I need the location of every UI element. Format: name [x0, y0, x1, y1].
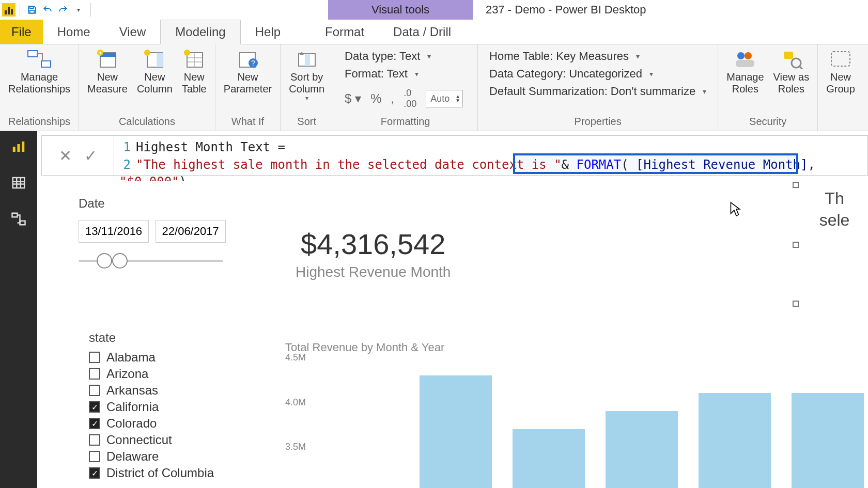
new-column-button[interactable]: New Column — [134, 46, 176, 97]
checkbox-icon[interactable] — [89, 451, 100, 462]
state-item[interactable]: ✓District of Columbia — [89, 466, 214, 480]
card-visual[interactable]: $4,316,542 Highest Revenue Month — [296, 227, 451, 280]
tab-view[interactable]: View — [105, 20, 161, 44]
checkbox-icon[interactable]: ✓ — [89, 401, 100, 413]
state-item[interactable]: Arizona — [89, 367, 214, 381]
chart-bar[interactable] — [606, 411, 678, 488]
currency-format-button[interactable]: $ ▾ — [345, 91, 361, 106]
manage-roles-button[interactable]: Manage Roles — [723, 46, 767, 97]
manage-roles-label: Manage Roles — [726, 71, 764, 95]
model-view-button[interactable] — [8, 209, 29, 229]
svg-rect-37 — [20, 221, 25, 225]
state-item[interactable]: Alabama — [89, 350, 214, 365]
chart-bar[interactable] — [420, 375, 492, 488]
new-group-button[interactable]: New Group — [823, 46, 858, 97]
svg-rect-0 — [30, 6, 34, 8]
new-measure-button[interactable]: ✦ New Measure — [84, 46, 131, 97]
data-view-button[interactable] — [8, 172, 29, 193]
state-slicer[interactable]: state AlabamaArizonaArkansas✓California✓… — [89, 330, 214, 482]
group-properties-label: Properties — [575, 114, 622, 129]
chart-bar[interactable] — [513, 429, 585, 488]
svg-line-26 — [799, 66, 802, 69]
card-value: $4,316,542 — [296, 227, 451, 261]
default-summarization-dropdown[interactable]: Default Summarization: Don't summarize — [489, 85, 706, 98]
tab-home[interactable]: Home — [43, 20, 105, 44]
checkbox-icon[interactable]: ✓ — [89, 467, 100, 479]
report-canvas[interactable]: Date 13/11/2016 22/06/2017 $4,316,542 Hi… — [37, 181, 868, 488]
tab-data-drill[interactable]: Data / Drill — [379, 20, 466, 44]
new-parameter-button[interactable]: ? New Parameter — [221, 46, 275, 97]
formula-bar[interactable]: ✕ ✓ 1Highest Month Text = 2"The highest … — [41, 135, 868, 176]
formula-commit-button[interactable]: ✓ — [84, 147, 97, 165]
data-type-dropdown[interactable]: Data type: Text — [345, 50, 466, 63]
state-item-label: Delaware — [106, 449, 159, 464]
formula-cancel-button[interactable]: ✕ — [59, 147, 72, 165]
checkbox-icon[interactable] — [89, 352, 100, 363]
manage-relationships-label: Manage Relationships — [8, 71, 70, 95]
chart-bar[interactable] — [699, 393, 771, 488]
qat-customize-button[interactable]: ▾ — [71, 2, 86, 18]
tab-modeling[interactable]: Modeling — [160, 20, 240, 44]
chart-bar[interactable] — [792, 393, 864, 488]
state-item[interactable]: ✓California — [89, 400, 214, 414]
svg-rect-23 — [736, 60, 754, 67]
text-visual[interactable]: Th sele — [801, 188, 868, 231]
date-to-input[interactable]: 22/06/2017 — [156, 220, 226, 243]
checkbox-icon[interactable] — [89, 368, 100, 380]
formula-editor[interactable]: 1Highest Month Text = 2"The highest sale… — [114, 136, 867, 175]
contextual-tab-header: Visual tools — [328, 0, 473, 20]
data-category-dropdown[interactable]: Data Category: Uncategorized — [489, 67, 706, 81]
svg-text:?: ? — [251, 59, 255, 67]
checkbox-icon[interactable]: ✓ — [89, 418, 100, 429]
chart-title: Total Revenue by Month & Year — [285, 341, 868, 354]
group-whatif-label: What If — [231, 114, 264, 129]
checkbox-icon[interactable] — [89, 434, 100, 446]
state-item[interactable]: Connecticut — [89, 433, 214, 447]
tab-help[interactable]: Help — [241, 20, 295, 44]
state-item[interactable]: Delaware — [89, 449, 214, 464]
cursor-icon — [730, 201, 741, 217]
date-from-input[interactable]: 13/11/2016 — [79, 220, 149, 243]
home-table-dropdown[interactable]: Home Table: Key Measures — [489, 50, 706, 63]
y-axis-tick: 4.0M — [285, 397, 306, 407]
state-item[interactable]: Arkansas — [89, 383, 214, 398]
manage-relationships-button[interactable]: Manage Relationships — [5, 46, 73, 97]
tab-file[interactable]: File — [0, 20, 43, 44]
tab-format[interactable]: Format — [311, 20, 379, 44]
svg-rect-36 — [12, 213, 18, 217]
group-calculations-label: Calculations — [119, 114, 175, 129]
new-table-button[interactable]: New Table — [179, 46, 210, 97]
state-item[interactable]: ✓Colorado — [89, 416, 214, 431]
format-dropdown[interactable]: Format: Text — [345, 67, 466, 81]
view-as-roles-button[interactable]: View as Roles — [770, 46, 813, 97]
thousands-separator-button[interactable]: , — [391, 91, 394, 106]
svg-rect-31 — [13, 178, 25, 188]
group-sort-label: Sort — [297, 114, 316, 129]
state-item-label: Arizona — [106, 367, 148, 381]
svg-rect-1 — [30, 10, 34, 13]
percent-format-button[interactable]: % — [370, 91, 381, 106]
slider-handle-from[interactable] — [97, 253, 112, 269]
y-axis-tick: 3.0M — [285, 486, 306, 489]
ribbon: Manage Relationships Relationships ✦ New… — [0, 44, 868, 131]
svg-point-21 — [737, 52, 745, 59]
date-range-slider[interactable] — [79, 253, 223, 269]
decimal-places-input[interactable]: Auto ▲▼ — [426, 90, 463, 107]
state-slicer-label: state — [89, 330, 214, 345]
redo-button[interactable] — [55, 2, 71, 18]
new-group-label: New Group — [826, 71, 855, 95]
undo-button[interactable] — [40, 2, 55, 18]
checkbox-icon[interactable] — [89, 385, 100, 396]
bar-chart[interactable]: Total Revenue by Month & Year 4.5M4.0M3.… — [285, 341, 868, 488]
date-slicer[interactable]: Date 13/11/2016 22/06/2017 — [79, 196, 230, 269]
report-view-button[interactable] — [8, 136, 29, 157]
sort-by-column-button[interactable]: Sort by Column ▾ — [286, 46, 328, 104]
svg-text:✦: ✦ — [98, 50, 102, 56]
group-groups-label — [839, 114, 842, 129]
save-button[interactable] — [24, 2, 40, 18]
decimal-icon: .0.00 — [404, 88, 416, 109]
state-item-label: Colorado — [106, 416, 157, 431]
svg-rect-3 — [41, 61, 51, 67]
svg-rect-2 — [28, 51, 37, 57]
slider-handle-to[interactable] — [112, 253, 128, 269]
